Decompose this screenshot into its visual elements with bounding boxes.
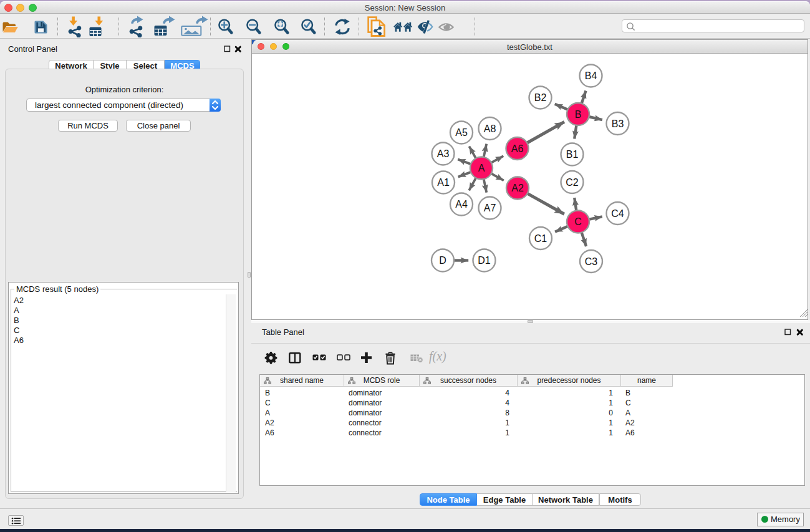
- svg-text:A8: A8: [484, 123, 496, 134]
- svg-text:B3: B3: [612, 118, 624, 129]
- svg-text:B2: B2: [534, 92, 547, 103]
- svg-text:C3: C3: [585, 256, 598, 267]
- svg-text:A7: A7: [484, 203, 496, 213]
- svg-text:A: A: [478, 163, 485, 173]
- svg-text:C2: C2: [566, 177, 579, 188]
- svg-text:A4: A4: [455, 199, 468, 210]
- svg-text:D1: D1: [478, 255, 491, 266]
- svg-text:B4: B4: [585, 70, 597, 81]
- svg-text:C4: C4: [611, 208, 624, 219]
- svg-text:A5: A5: [455, 127, 468, 138]
- svg-text:B1: B1: [566, 149, 579, 160]
- svg-text:A1: A1: [437, 177, 450, 188]
- svg-text:A3: A3: [437, 148, 450, 159]
- svg-text:A2: A2: [511, 183, 524, 193]
- svg-text:C1: C1: [534, 233, 547, 244]
- svg-text:C: C: [574, 216, 582, 227]
- svg-text:B: B: [575, 109, 582, 120]
- svg-text:D: D: [439, 255, 446, 266]
- svg-text:A6: A6: [511, 143, 524, 154]
